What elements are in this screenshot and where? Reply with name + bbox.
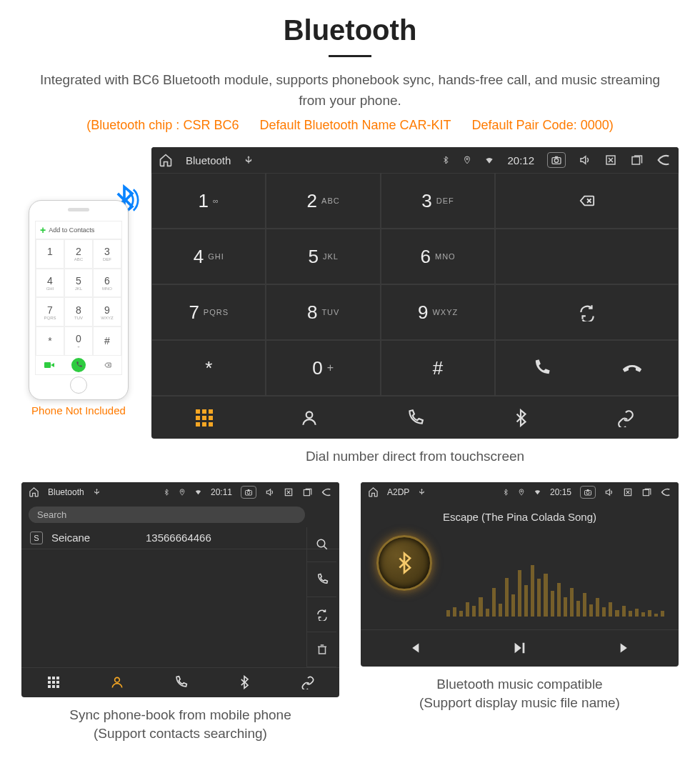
status-time: 20:15 — [550, 487, 571, 497]
spec-chip: (Bluetooth chip : CSR BC6 — [86, 118, 239, 132]
volume-icon[interactable] — [579, 154, 591, 166]
delete-button[interactable] — [306, 632, 336, 667]
recent-icon[interactable] — [630, 154, 643, 166]
screenshot-icon[interactable] — [241, 486, 256, 499]
nav-contacts[interactable] — [85, 667, 149, 697]
call-button[interactable] — [496, 358, 586, 378]
sync-button[interactable] — [495, 284, 679, 340]
contacts-statusbar: Bluetooth 20:11 — [21, 482, 339, 502]
nav-contacts[interactable] — [257, 396, 363, 439]
nav-bluetooth[interactable] — [468, 396, 574, 439]
a2dp-statusbar: A2DP 20:15 — [361, 482, 679, 502]
key-2[interactable]: 2ABC — [266, 173, 380, 229]
status-time: 20:12 — [507, 154, 534, 166]
dialer-caption: Dial number direct from touchscreen — [151, 447, 679, 467]
usb-icon — [418, 488, 426, 496]
wifi-icon — [534, 488, 541, 496]
player-controls — [361, 629, 679, 667]
key-5[interactable]: 5JKL — [266, 229, 380, 284]
svg-rect-7 — [44, 362, 51, 368]
title-underline — [329, 55, 371, 57]
song-title: Escape (The Pina Colada Song) — [361, 511, 679, 523]
equalizer — [446, 552, 664, 617]
next-button[interactable] — [573, 630, 679, 667]
phone-caption: Phone Not Included — [21, 404, 136, 417]
home-icon[interactable] — [159, 153, 173, 167]
a2dp-caption: Bluetooth music compatible (Support disp… — [361, 675, 679, 713]
phone-dialpad: 1 2ABC3DEF 4GHI5JKL6MNO 7PQRS8TUV9WXYZ *… — [36, 239, 121, 356]
back-icon[interactable] — [660, 487, 671, 498]
contact-letter: S — [30, 532, 43, 544]
add-icon: + — [40, 224, 46, 236]
recent-icon[interactable] — [641, 487, 651, 497]
sync-button[interactable] — [306, 597, 336, 632]
volume-icon[interactable] — [604, 487, 614, 497]
page-title: Bluetooth — [0, 14, 700, 46]
a2dp-panel: A2DP 20:15 Escape (The Pina Colada Song) — [361, 482, 679, 667]
volume-icon[interactable] — [265, 487, 275, 497]
contact-number: 13566664466 — [146, 532, 211, 544]
bluetooth-music-icon — [393, 552, 416, 574]
nav-dialpad[interactable] — [151, 396, 257, 439]
dialer-panel: Bluetooth 20:12 1∞ 2ABC 3DEF 4GHI — [151, 147, 679, 439]
nav-calllog[interactable] — [149, 667, 212, 697]
home-icon[interactable] — [368, 487, 379, 497]
dialer-statusbar: Bluetooth 20:12 — [151, 147, 679, 173]
bluetooth-specs: (Bluetooth chip : CSR BC6 Default Blueto… — [0, 118, 700, 133]
hangup-button[interactable] — [587, 358, 678, 378]
nav-dialpad[interactable] — [21, 667, 85, 697]
key-3[interactable]: 3DEF — [381, 173, 495, 229]
dialer-empty-1 — [495, 229, 679, 284]
nav-bluetooth[interactable] — [212, 667, 276, 697]
key-star[interactable]: * — [151, 340, 266, 396]
bluetooth-icon — [502, 489, 509, 496]
key-9[interactable]: 9WXYZ — [381, 284, 495, 340]
usb-icon — [93, 488, 101, 496]
backspace-button[interactable] — [495, 173, 679, 229]
close-icon[interactable] — [284, 487, 294, 497]
add-contacts-label: Add to Contacts — [49, 226, 94, 234]
contacts-caption: Sync phone-book from mobile phone (Suppo… — [21, 706, 339, 744]
key-0[interactable]: 0+ — [266, 340, 380, 396]
page-subtitle: Integrated with BC6 Bluetooth module, su… — [0, 70, 700, 111]
key-6[interactable]: 6MNO — [381, 229, 495, 284]
key-1[interactable]: 1∞ — [151, 173, 266, 229]
close-icon[interactable] — [604, 154, 617, 166]
wifi-icon — [194, 488, 202, 496]
nav-calllog[interactable] — [362, 396, 468, 439]
contact-row[interactable]: S Seicane 13566664466 — [21, 527, 339, 549]
nav-pair[interactable] — [573, 396, 679, 439]
key-8[interactable]: 8TUV — [266, 284, 380, 340]
video-icon — [44, 361, 54, 369]
contacts-side-actions — [306, 527, 336, 667]
dialer-bottom-nav — [151, 396, 679, 439]
call-button[interactable] — [306, 562, 336, 597]
search-input[interactable]: Search — [29, 507, 305, 523]
prev-button[interactable] — [361, 630, 466, 667]
key-7[interactable]: 7PQRS — [151, 284, 266, 340]
bluetooth-icon — [441, 156, 450, 164]
location-icon — [518, 489, 525, 496]
spec-paircode: Default Pair Code: 0000) — [472, 118, 614, 132]
back-icon[interactable] — [656, 152, 671, 168]
status-title: Bluetooth — [48, 487, 84, 497]
screenshot-icon[interactable] — [580, 486, 596, 499]
search-button[interactable] — [306, 527, 336, 562]
status-time: 20:11 — [211, 487, 232, 497]
playpause-button[interactable] — [466, 630, 572, 667]
contacts-list: S Seicane 13566664466 — [21, 527, 339, 667]
home-icon[interactable] — [29, 487, 39, 497]
back-icon[interactable] — [321, 487, 332, 498]
phone-mockup: + Add to Contacts 1 2ABC3DEF 4GHI5JKL6MN… — [29, 200, 129, 400]
screenshot-icon[interactable] — [547, 152, 566, 168]
grid-icon — [196, 409, 213, 427]
key-4[interactable]: 4GHI — [151, 229, 266, 284]
close-icon[interactable] — [623, 487, 633, 497]
usb-icon — [244, 155, 254, 165]
contacts-panel: Bluetooth 20:11 Search S Seicane 1356666… — [21, 482, 339, 697]
nav-pair[interactable] — [276, 667, 339, 697]
dialpad: 1∞ 2ABC 3DEF 4GHI 5JKL 6MNO 7PQRS 8TUV 9… — [151, 173, 679, 396]
a2dp-body: Escape (The Pina Colada Song) — [361, 502, 679, 667]
key-hash[interactable]: # — [381, 340, 495, 396]
recent-icon[interactable] — [302, 487, 312, 497]
